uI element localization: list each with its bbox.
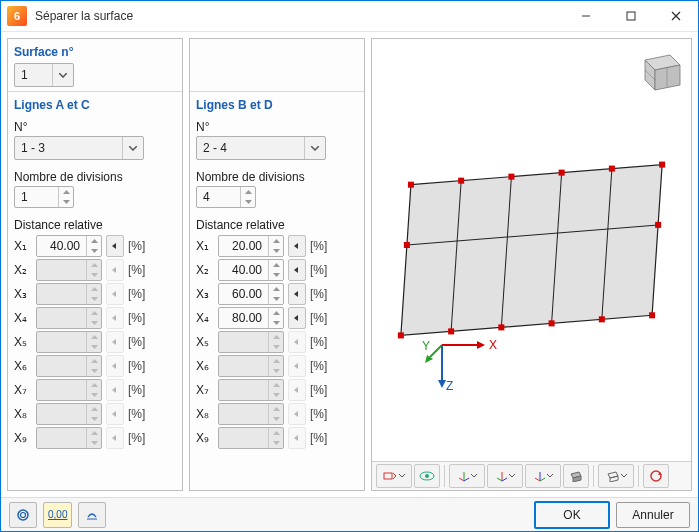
axis-z-label: Z	[446, 379, 453, 393]
spin-up-icon[interactable]	[59, 187, 73, 197]
distance-spin[interactable]: 60.00	[218, 283, 284, 305]
svg-rect-13	[559, 170, 565, 176]
distance-row-label: X₉	[14, 431, 32, 445]
set-value-button[interactable]	[288, 235, 306, 257]
lines-ac-number-combo[interactable]: 1 - 3	[14, 136, 144, 160]
set-value-button[interactable]	[288, 307, 306, 329]
distance-row-label: X₅	[196, 335, 214, 349]
units-button[interactable]: 0,00	[43, 502, 72, 528]
set-value-button[interactable]	[288, 259, 306, 281]
lines-bd-divisions-label: Nombre de divisions	[196, 170, 358, 184]
lines-bd-divisions-value: 4	[197, 190, 240, 204]
distance-spin	[36, 331, 102, 353]
status-button[interactable]	[78, 502, 106, 528]
maximize-button[interactable]	[608, 1, 653, 31]
axis-y-label: Y	[422, 339, 430, 353]
spin-up-icon[interactable]	[241, 187, 255, 197]
spin-up-icon[interactable]	[269, 284, 283, 294]
lines-bd-title: Lignes B et D	[196, 98, 358, 112]
distance-row-label: X₅	[14, 335, 32, 349]
lines-bd-divisions-spin[interactable]: 4	[196, 186, 256, 208]
spin-down-icon[interactable]	[241, 197, 255, 207]
axis-y-button[interactable]	[487, 464, 523, 488]
clipping-button[interactable]	[563, 464, 589, 488]
distance-unit: [%]	[310, 383, 327, 397]
distance-spin[interactable]: 40.00	[218, 259, 284, 281]
svg-marker-30	[477, 341, 485, 349]
svg-rect-21	[549, 320, 555, 326]
spin-down-icon[interactable]	[269, 270, 283, 280]
refresh-button[interactable]	[643, 464, 669, 488]
distance-row-label: X₇	[196, 383, 214, 397]
svg-line-31	[430, 345, 442, 357]
distance-row-label: X₄	[14, 311, 32, 325]
eye-button[interactable]	[414, 464, 440, 488]
navigation-cube[interactable]	[635, 45, 685, 95]
set-value-button	[106, 283, 124, 305]
distance-spin[interactable]: 20.00	[218, 235, 284, 257]
spin-up-icon	[269, 332, 283, 342]
spin-down-icon	[87, 318, 101, 328]
svg-rect-1	[627, 12, 635, 20]
chevron-down-icon	[52, 64, 73, 86]
distance-row-label: X₈	[196, 407, 214, 421]
cancel-label: Annuler	[632, 508, 673, 522]
set-value-button[interactable]	[288, 283, 306, 305]
svg-rect-12	[508, 174, 514, 180]
distance-unit: [%]	[310, 359, 327, 373]
spin-down-icon	[87, 342, 101, 352]
lines-ac-divisions-spin[interactable]: 1	[14, 186, 74, 208]
spin-up-icon[interactable]	[87, 236, 101, 246]
distance-spin[interactable]: 80.00	[218, 307, 284, 329]
svg-line-45	[535, 478, 540, 481]
chevron-down-icon	[122, 137, 143, 159]
lines-bd-number-combo[interactable]: 2 - 4	[196, 136, 326, 160]
viewport[interactable]: X Y Z	[372, 39, 691, 461]
window-title: Séparer la surface	[35, 9, 133, 23]
distance-row-label: X₃	[196, 287, 214, 301]
svg-line-46	[540, 478, 545, 481]
distance-unit: [%]	[128, 383, 145, 397]
spin-down-icon[interactable]	[269, 294, 283, 304]
axis-z-button[interactable]	[525, 464, 561, 488]
svg-rect-18	[398, 332, 404, 338]
svg-point-53	[18, 510, 28, 520]
distance-unit: [%]	[128, 263, 145, 277]
surface-preview	[372, 39, 691, 461]
help-button[interactable]	[9, 502, 37, 528]
distance-spin[interactable]: 40.00	[36, 235, 102, 257]
wireframe-button[interactable]	[598, 464, 634, 488]
ok-button[interactable]: OK	[534, 501, 610, 529]
spin-down-icon	[87, 366, 101, 376]
distance-spin	[36, 307, 102, 329]
close-button[interactable]	[653, 1, 698, 31]
set-value-button	[106, 403, 124, 425]
view-mode-button[interactable]	[376, 464, 412, 488]
spin-down-icon[interactable]	[87, 246, 101, 256]
spin-down-icon[interactable]	[59, 197, 73, 207]
cancel-button[interactable]: Annuler	[616, 502, 690, 528]
set-value-button	[106, 379, 124, 401]
axis-x-button[interactable]	[449, 464, 485, 488]
distance-row-label: X₈	[14, 407, 32, 421]
minimize-button[interactable]	[563, 1, 608, 31]
distance-spin	[36, 355, 102, 377]
svg-marker-34	[438, 380, 446, 388]
surface-combo[interactable]: 1	[14, 63, 74, 87]
spin-down-icon[interactable]	[269, 318, 283, 328]
distance-spin	[218, 331, 284, 353]
spin-up-icon[interactable]	[269, 260, 283, 270]
svg-rect-17	[655, 222, 661, 228]
spin-down-icon[interactable]	[269, 246, 283, 256]
spin-up-icon	[87, 404, 101, 414]
distance-spin	[218, 427, 284, 449]
set-value-button[interactable]	[106, 235, 124, 257]
svg-marker-4	[401, 165, 662, 336]
spin-down-icon	[269, 414, 283, 424]
distance-row: X₉[%]	[14, 426, 176, 450]
spin-up-icon[interactable]	[269, 308, 283, 318]
footer: 0,00 OK Annuler	[1, 497, 698, 531]
preview-panel: X Y Z	[371, 38, 692, 491]
distance-row: X₄[%]	[14, 306, 176, 330]
spin-up-icon[interactable]	[269, 236, 283, 246]
